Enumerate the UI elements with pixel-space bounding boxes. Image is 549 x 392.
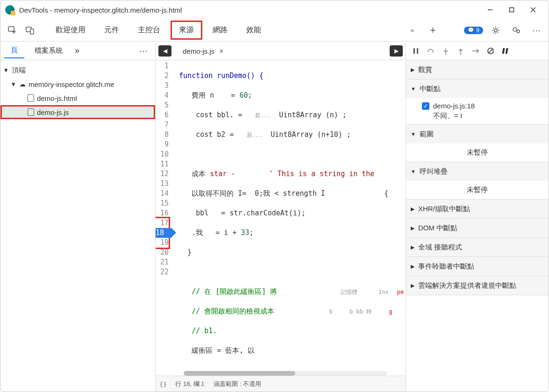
step-icon[interactable] — [470, 45, 482, 57]
svg-point-14 — [445, 53, 447, 54]
breakpoints-section: ▼中斷點 ✓ demo-js.js:18 不同。= I — [406, 79, 549, 125]
navigator-more-tabs-icon[interactable]: » — [75, 46, 79, 56]
section-label: DOM 中斷點 — [418, 224, 457, 233]
editor-pane: ◀ demo-js.js × ▶ 12345 678910 1112131415… — [156, 42, 406, 392]
deactivate-breakpoints-icon[interactable] — [485, 45, 497, 57]
cursor-position: 行 18, 欄 1 — [175, 380, 204, 388]
section-label: 全域 接聽程式 — [418, 243, 462, 252]
dom-header[interactable]: ▶DOM 中斷點 — [406, 219, 549, 237]
editor-statusbar: { } 行 18, 欄 1 涵蓋範圍 : 不適用 — [156, 376, 406, 392]
feedback-icon[interactable] — [508, 22, 524, 38]
tree-file-label: demo-js.html — [37, 94, 77, 102]
step-out-icon[interactable] — [455, 45, 467, 57]
breakpoint-marker[interactable]: 18 — [156, 228, 171, 238]
svg-point-16 — [460, 53, 462, 54]
navigator-pane: 頁 檔案系統 » ⋯ ▾ 頂端 ▾ ☁ memory-inspector.gli… — [0, 42, 156, 392]
devtools-app-icon — [5, 5, 14, 14]
scope-section: ▼範圍 未暫停 — [406, 125, 549, 162]
pause-exceptions-icon[interactable] — [499, 45, 512, 57]
file-icon — [28, 94, 34, 102]
coverage-status: 涵蓋範圍 : 不適用 — [214, 380, 261, 388]
pause-resume-icon[interactable] — [410, 45, 422, 57]
callstack-header[interactable]: ▼呼叫堆疊 — [406, 162, 549, 181]
horizontal-scrollbar[interactable] — [184, 371, 387, 376]
global-header[interactable]: ▶全域 接聽程式 — [406, 238, 549, 257]
tree-domain-label: memory-inspector.glitch.me — [29, 80, 114, 88]
window-maximize-button[interactable] — [501, 2, 522, 17]
chevron-down-icon: ▼ — [411, 86, 416, 92]
svg-point-7 — [494, 29, 497, 32]
watch-header[interactable]: ▶觀賞 — [406, 60, 549, 79]
pretty-print-icon[interactable]: { } — [160, 380, 166, 387]
xhr-breakpoints-section: ▶XHR/擷取中斷點 — [406, 200, 549, 219]
checkbox-checked-icon[interactable]: ✓ — [422, 102, 429, 110]
tab-performance[interactable]: 效能 — [238, 21, 270, 40]
breakpoints-header[interactable]: ▼中斷點 — [406, 79, 549, 98]
svg-rect-10 — [414, 48, 415, 54]
tab-sources[interactable]: 來源 — [171, 21, 202, 40]
svg-rect-4 — [8, 27, 14, 31]
navigator-tabs: 頁 檔案系統 » ⋯ — [0, 42, 155, 60]
watch-section: ▶觀賞 — [406, 60, 549, 79]
toggle-navigator-icon[interactable]: ◀ — [158, 45, 171, 57]
breakpoint-location: demo-js.js:18 — [433, 102, 475, 110]
scope-header[interactable]: ▼範圍 — [406, 125, 549, 143]
event-header[interactable]: ▶事件聆聽者中斷點 — [406, 257, 549, 276]
code-content[interactable]: function runDemo() { 費用 n = 60; cost bbl… — [176, 61, 406, 368]
svg-point-12 — [433, 51, 434, 52]
tab-network[interactable]: 網路 — [204, 21, 236, 40]
more-tabs-icon[interactable]: » — [404, 22, 420, 38]
debugger-toolbar — [406, 42, 549, 60]
tree-file-label: demo-js.js — [37, 108, 69, 116]
issues-badge[interactable]: 9 — [464, 27, 483, 34]
csp-header[interactable]: ▶雲端解決方案提供者違規中斷點 — [406, 276, 549, 295]
chevron-right-icon: ▶ — [411, 244, 414, 250]
code-editor[interactable]: 12345 678910 1112131415 16 171819 202122… — [156, 60, 406, 368]
line-gutter[interactable]: 12345 678910 1112131415 16 171819 202122 — [156, 61, 176, 368]
section-label: 範圍 — [420, 130, 434, 139]
tree-domain[interactable]: ▾ ☁ memory-inspector.glitch.me — [0, 77, 155, 91]
new-tab-icon[interactable]: + — [425, 22, 441, 38]
tree-file-html[interactable]: demo-js.html — [0, 91, 155, 105]
tab-console[interactable]: 主控台 — [129, 21, 169, 40]
navigator-menu-icon[interactable]: ⋯ — [135, 46, 151, 56]
svg-rect-11 — [417, 48, 418, 54]
xhr-header[interactable]: ▶XHR/擷取中斷點 — [406, 200, 549, 218]
svg-line-19 — [488, 49, 493, 53]
csp-breakpoints-section: ▶雲端解決方案提供者違規中斷點 — [406, 276, 549, 295]
device-toolbar-icon[interactable] — [22, 22, 38, 38]
chevron-right-icon: ▶ — [411, 67, 414, 73]
window-titlebar: DevTools - memory-inspector.glitch.me/de… — [0, 0, 549, 19]
navigator-tab-filesystem[interactable]: 檔案系統 — [28, 43, 69, 58]
close-tab-icon[interactable]: × — [219, 47, 223, 56]
scrollbar-thumb[interactable] — [184, 371, 295, 376]
tab-elements[interactable]: 元件 — [96, 21, 128, 40]
svg-rect-1 — [510, 8, 514, 12]
callstack-section: ▼呼叫堆疊 未暫停 — [406, 162, 549, 200]
debugger-pane: ▶觀賞 ▼中斷點 ✓ demo-js.js:18 不同。= I ▼範圍 未暫停 … — [406, 42, 549, 392]
svg-rect-6 — [30, 29, 34, 34]
scope-empty: 未暫停 — [406, 143, 549, 162]
section-label: 事件聆聽者中斷點 — [418, 262, 474, 271]
breakpoint-item[interactable]: ✓ demo-js.js:18 — [422, 102, 542, 110]
kebab-menu-icon[interactable]: ⋯ — [529, 22, 545, 38]
tab-welcome[interactable]: 歡迎使用 — [47, 21, 94, 40]
editor-file-tab[interactable]: demo-js.js × — [178, 42, 228, 60]
navigator-tab-page[interactable]: 頁 — [4, 43, 24, 58]
tree-file-js[interactable]: demo-js.js — [0, 105, 155, 119]
chevron-down-icon: ▼ — [411, 131, 416, 137]
breakpoint-preview: 不同。= I — [422, 112, 542, 121]
file-icon — [28, 108, 34, 116]
svg-point-9 — [517, 30, 520, 33]
step-over-icon[interactable] — [425, 45, 437, 57]
toggle-debugger-icon[interactable]: ▶ — [390, 45, 403, 57]
tree-root-label: 頂端 — [12, 66, 26, 75]
section-label: 中斷點 — [420, 85, 441, 93]
global-listeners-section: ▶全域 接聽程式 — [406, 238, 549, 257]
tree-frame-root[interactable]: ▾ 頂端 — [0, 63, 155, 77]
window-close-button[interactable] — [522, 2, 544, 17]
inspect-element-icon[interactable] — [4, 22, 20, 38]
window-minimize-button[interactable] — [479, 2, 501, 17]
step-into-icon[interactable] — [440, 45, 452, 57]
settings-gear-icon[interactable] — [488, 22, 504, 38]
